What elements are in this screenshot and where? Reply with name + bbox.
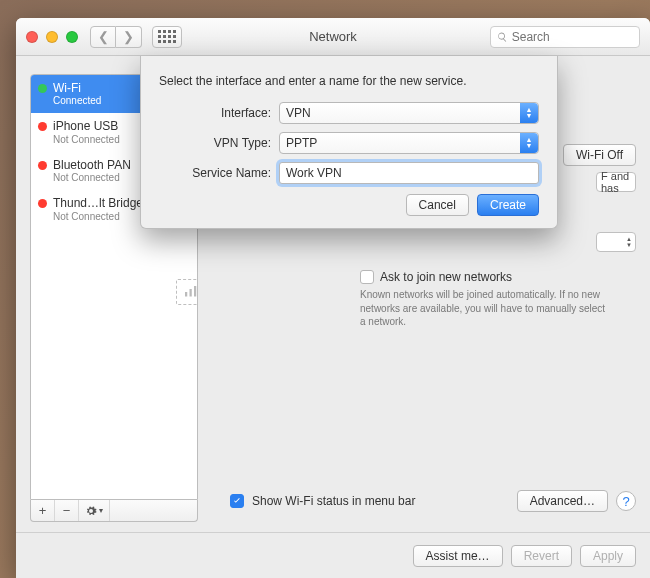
search-input[interactable] [512,30,633,44]
wifi-off-button[interactable]: Wi-Fi Off [563,144,636,166]
nav-buttons: ❮ ❯ [90,26,142,48]
status-dot-icon [38,161,47,170]
close-icon[interactable] [26,31,38,43]
footer: Assist me… Revert Apply [16,532,650,578]
status-fragment: F and has [596,172,636,192]
show-status-label: Show Wi-Fi status in menu bar [252,494,415,508]
interface-select[interactable]: VPN ▲▼ [279,102,539,124]
bottom-row: Show Wi-Fi status in menu bar Advanced… … [210,484,636,522]
chevron-down-icon: ▾ [99,506,103,515]
ask-to-join-desc: Known networks will be joined automatica… [360,288,610,329]
network-prefs-window: ❮ ❯ Network Wi-Fi Connected iPhone USB [16,18,650,578]
assist-me-button[interactable]: Assist me… [413,545,503,567]
bridge-icon [182,283,198,301]
apply-button[interactable]: Apply [580,545,636,567]
traffic-lights [26,31,78,43]
forward-button[interactable]: ❯ [116,26,142,48]
checkmark-icon [232,496,242,506]
sheet-heading: Select the interface and enter a name fo… [159,74,539,88]
updown-arrows-icon: ▲▼ [626,236,632,248]
status-dot-icon [38,122,47,131]
vpntype-label: VPN Type: [159,136,271,150]
ask-to-join-label: Ask to join new networks [380,270,512,284]
add-service-button[interactable]: + [31,500,55,521]
revert-button[interactable]: Revert [511,545,572,567]
network-name-dropdown[interactable]: ▲▼ [596,232,636,252]
updown-arrows-icon: ▲▼ [520,133,538,153]
list-toolbar: + − ▾ [30,500,198,522]
vpntype-select[interactable]: PPTP ▲▼ [279,132,539,154]
zoom-icon[interactable] [66,31,78,43]
drag-preview [176,279,198,305]
servicename-input[interactable] [279,162,539,184]
status-dot-icon [38,84,47,93]
new-service-sheet: Select the interface and enter a name fo… [140,56,558,229]
minimize-icon[interactable] [46,31,58,43]
servicename-label: Service Name: [159,166,271,180]
status-dot-icon [38,199,47,208]
cancel-button[interactable]: Cancel [406,194,469,216]
show-status-checkbox[interactable] [230,494,244,508]
ask-to-join-block: Ask to join new networks Known networks … [360,270,636,329]
search-field[interactable] [490,26,640,48]
ask-to-join-checkbox[interactable] [360,270,374,284]
back-button[interactable]: ❮ [90,26,116,48]
interface-label: Interface: [159,106,271,120]
gear-icon [85,505,97,517]
search-icon [497,31,508,43]
interface-value: VPN [286,106,311,120]
vpntype-value: PPTP [286,136,317,150]
titlebar: ❮ ❯ Network [16,18,650,56]
advanced-button[interactable]: Advanced… [517,490,608,512]
updown-arrows-icon: ▲▼ [520,103,538,123]
service-actions-menu[interactable]: ▾ [79,500,110,521]
create-button[interactable]: Create [477,194,539,216]
remove-service-button[interactable]: − [55,500,79,521]
help-button[interactable]: ? [616,491,636,511]
show-all-button[interactable] [152,26,182,48]
